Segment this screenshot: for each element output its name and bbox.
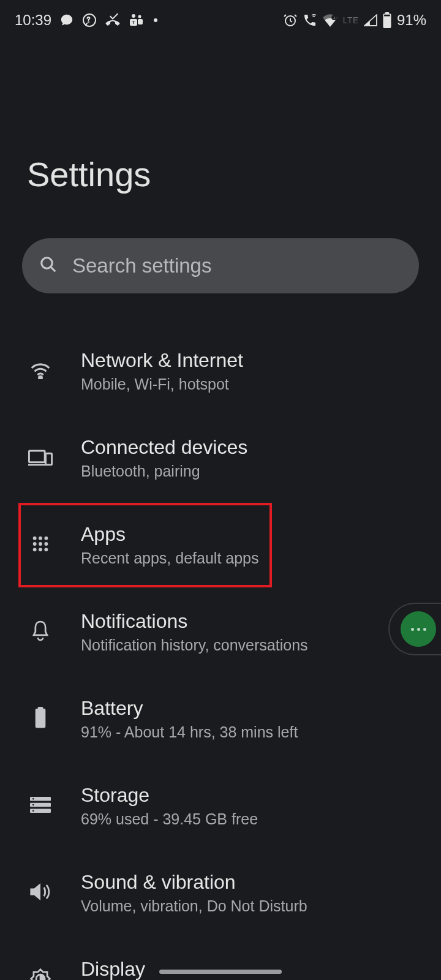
status-time: 10:39 bbox=[15, 12, 51, 29]
item-title: Notifications bbox=[81, 610, 441, 633]
svg-rect-28 bbox=[36, 709, 46, 728]
svg-rect-17 bbox=[46, 453, 52, 465]
brightness-icon bbox=[29, 968, 51, 980]
svg-point-18 bbox=[33, 537, 37, 540]
svg-point-3 bbox=[138, 15, 141, 18]
search-placeholder: Search settings bbox=[72, 254, 211, 277]
item-title: Apps bbox=[81, 523, 441, 546]
lte-indicator: LTE bbox=[343, 15, 359, 25]
status-left: 10:39 T bbox=[15, 12, 158, 29]
nav-indicator[interactable] bbox=[159, 970, 282, 974]
svg-text:T: T bbox=[132, 20, 135, 25]
svg-point-21 bbox=[33, 542, 37, 546]
settings-item-apps[interactable]: Apps Recent apps, default apps bbox=[0, 502, 441, 589]
sound-icon bbox=[29, 882, 51, 904]
settings-item-battery[interactable]: Battery 91% - About 14 hrs, 38 mins left bbox=[0, 676, 441, 763]
svg-point-26 bbox=[44, 548, 48, 551]
settings-item-network[interactable]: Network & Internet Mobile, Wi-Fi, hotspo… bbox=[0, 328, 441, 415]
svg-point-23 bbox=[44, 542, 48, 546]
item-subtitle: Recent apps, default apps bbox=[81, 549, 441, 567]
item-subtitle: Bluetooth, pairing bbox=[81, 462, 441, 480]
svg-point-15 bbox=[39, 376, 42, 379]
svg-text:+: + bbox=[333, 15, 336, 21]
battery-icon bbox=[34, 707, 47, 731]
teams-icon: T bbox=[129, 13, 145, 27]
bell-icon bbox=[31, 620, 50, 644]
battery-icon bbox=[382, 12, 392, 28]
page-title: Settings bbox=[0, 32, 441, 194]
item-title: Battery bbox=[81, 697, 441, 720]
assistant-fab[interactable] bbox=[388, 603, 441, 655]
svg-point-19 bbox=[39, 537, 42, 540]
status-right: + LTE 91% bbox=[283, 12, 426, 29]
item-title: Storage bbox=[81, 784, 441, 807]
svg-point-2 bbox=[132, 14, 135, 18]
more-dot-icon bbox=[153, 18, 158, 23]
item-subtitle: 91% - About 14 hrs, 38 mins left bbox=[81, 723, 441, 741]
search-icon bbox=[39, 255, 58, 276]
settings-item-sound[interactable]: Sound & vibration Volume, vibration, Do … bbox=[0, 850, 441, 937]
signal-icon bbox=[364, 14, 377, 26]
svg-point-24 bbox=[33, 548, 37, 551]
settings-list: Network & Internet Mobile, Wi-Fi, hotspo… bbox=[0, 328, 441, 980]
svg-point-14 bbox=[42, 258, 53, 269]
apps-icon bbox=[31, 534, 50, 556]
settings-item-storage[interactable]: Storage 69% used - 39.45 GB free bbox=[0, 763, 441, 850]
item-subtitle: Notification history, conversations bbox=[81, 636, 441, 654]
item-title: Network & Internet bbox=[81, 349, 441, 372]
svg-point-25 bbox=[39, 548, 42, 551]
svg-point-20 bbox=[44, 537, 48, 540]
devices-icon bbox=[28, 448, 53, 469]
storage-icon bbox=[30, 796, 51, 816]
status-bar: 10:39 T + LTE 91% bbox=[0, 0, 441, 32]
svg-rect-16 bbox=[29, 451, 45, 462]
whatsapp-icon bbox=[82, 13, 97, 28]
svg-rect-5 bbox=[138, 19, 143, 24]
search-bar[interactable]: Search settings bbox=[22, 238, 419, 293]
svg-point-7 bbox=[154, 18, 157, 22]
svg-point-34 bbox=[32, 810, 34, 812]
item-subtitle: 69% used - 39.45 GB free bbox=[81, 810, 441, 828]
svg-rect-13 bbox=[384, 15, 390, 17]
settings-item-connected-devices[interactable]: Connected devices Bluetooth, pairing bbox=[0, 415, 441, 502]
item-title: Sound & vibration bbox=[81, 871, 441, 894]
svg-point-32 bbox=[32, 798, 34, 800]
item-title: Connected devices bbox=[81, 436, 441, 459]
missed-call-icon bbox=[105, 13, 120, 28]
chat-icon bbox=[60, 13, 74, 27]
call-wifi-icon bbox=[303, 13, 317, 28]
item-title: Display bbox=[81, 958, 441, 980]
battery-percentage: 91% bbox=[397, 12, 426, 29]
wifi-icon: + bbox=[322, 13, 338, 27]
svg-point-1 bbox=[88, 22, 89, 23]
settings-item-notifications[interactable]: Notifications Notification history, conv… bbox=[0, 589, 441, 676]
alarm-icon bbox=[283, 13, 298, 28]
more-icon bbox=[401, 611, 436, 647]
wifi-icon bbox=[29, 361, 52, 382]
item-subtitle: Mobile, Wi-Fi, hotspot bbox=[81, 375, 441, 393]
svg-point-22 bbox=[39, 542, 42, 546]
item-subtitle: Volume, vibration, Do Not Disturb bbox=[81, 897, 441, 915]
svg-point-0 bbox=[83, 14, 96, 26]
svg-point-33 bbox=[32, 804, 34, 806]
